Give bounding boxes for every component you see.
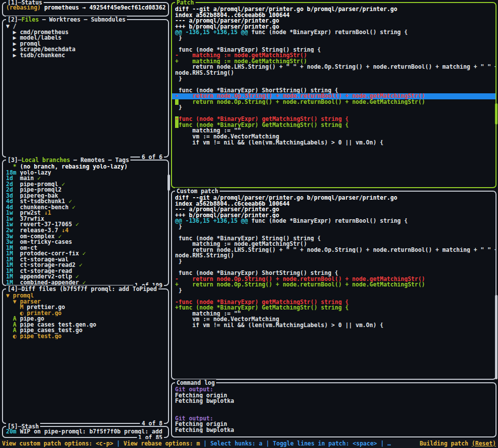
branches-row[interactable]: 1M ct-storage-wal — [3, 257, 168, 263]
text-segment: node.RHS.String() — [175, 70, 234, 76]
branches-row[interactable]: 1w revert-37-17065 ✓ — [3, 222, 168, 228]
patch-row[interactable]: } — [172, 105, 495, 111]
patch-row[interactable]: vm := node.VectorMatching — [172, 134, 495, 140]
patch-scrollbar[interactable] — [495, 103, 497, 124]
diff_files-row[interactable]: ◐ pipe_test.go — [3, 334, 168, 340]
branches-row[interactable]: 1M ct-storage-read — [3, 268, 168, 274]
custom_patch-row[interactable]: if vm != nil && (len(vm.MatchingLabels) … — [172, 323, 495, 329]
patch-row[interactable]: } — [172, 36, 495, 42]
custom_patch-row[interactable]: func (node *BinaryExpr) ShortString() st… — [172, 270, 495, 276]
reset-patch-button[interactable]: (Reset) — [472, 440, 496, 447]
custom_patch-row[interactable]: @@ -136,15 +136,15 @@ func (node *Binary… — [172, 218, 495, 224]
custom_patch-row[interactable]: + return node.Op.String() + node.returnB… — [172, 282, 495, 288]
branches-row[interactable]: 1d main ✓ — [3, 176, 168, 182]
patch-row[interactable]: @@ -136,15 +136,15 @@ func (node *Binary… — [172, 30, 495, 36]
branches-row[interactable]: 2d pipe-promql ✓ — [3, 182, 168, 188]
custom_patch-row[interactable]: matching := "" — [172, 311, 495, 317]
custom_patch-row[interactable]: } — [172, 259, 495, 265]
diff_files-row[interactable]: M prettier.go — [3, 305, 168, 311]
patch-row[interactable]: if vm != nil && (len(vm.MatchingLabels) … — [172, 140, 495, 146]
branches-row[interactable]: 4d chunkenc-bench ✓ — [3, 205, 168, 211]
branches-row[interactable]: * (no branch, rebasing yolo-lazy) — [3, 164, 168, 170]
files-row[interactable]: ▼ / — [3, 24, 168, 30]
patch-row[interactable]: - return node.Op.String() + node.returnB… — [172, 93, 495, 99]
patch-row[interactable]: return node.LHS.String() + " " + node.Op… — [172, 64, 495, 70]
branches-row[interactable]: 18m yolo-lazy — [3, 170, 168, 176]
patch-row[interactable]: --- a/promql/parser/printer.go — [172, 18, 495, 24]
branches-row[interactable]: 1M ct-storage-read2 ✓ — [3, 262, 168, 268]
files-row[interactable]: ▶ scrape/benchdata — [3, 47, 168, 53]
text-segment: ▼ / — [6, 24, 17, 30]
text-segment: st-tsdbchunk1 — [20, 199, 69, 205]
diff_files-row[interactable]: A pipe_cases_test.go — [3, 328, 168, 334]
diff_files-row[interactable]: A pipe_cases_test.gen.go — [3, 322, 168, 328]
files-row[interactable]: ▶ model/labels — [3, 35, 168, 41]
patch-row[interactable]: func (node *BinaryExpr) String() string … — [172, 47, 495, 53]
custom_patch-row[interactable]: - return node.Op.String() + node.returnB… — [172, 276, 495, 282]
patch-row[interactable] — [172, 82, 495, 88]
patch-row[interactable]: index a562b8804..c6ceeab6b 100644 — [172, 13, 495, 19]
patch-row[interactable]: func (node *BinaryExpr) GetMatchingStr()… — [172, 122, 495, 128]
diff_files-row[interactable]: ▼ promql — [3, 293, 168, 299]
patch-row[interactable]: } — [172, 76, 495, 82]
custom_patch-row[interactable]: } — [172, 224, 495, 230]
panel-files[interactable]: [2]─Files — Worktrees — Submodules ▼ / ▶… — [2, 19, 169, 158]
diff_files-row[interactable]: ◐ printer.go — [3, 311, 168, 317]
panel-status[interactable]: [1]─Status (rebasing) prometheus → 49254… — [2, 2, 169, 17]
panel-stash[interactable]: [5]─Stash 20m WIP on pipe-promql: b7f5f7… — [2, 426, 169, 438]
text-segment: 1M — [6, 268, 20, 274]
branches-row[interactable]: 1M om-ct — [3, 245, 168, 251]
custom_patch-row[interactable]: index a562b8804..c6ceeab6b 100644 — [172, 201, 495, 207]
diff_files-row[interactable]: ▼ parser — [3, 299, 168, 305]
branches-row[interactable]: 3d pipereg-bak — [3, 193, 168, 199]
custom_patch-row[interactable]: --- a/promql/parser/printer.go — [172, 207, 495, 213]
panel-diff-files[interactable]: [4]─Diff files (b7f5f7f promql: add ToPi… — [2, 288, 169, 424]
custom_patch-row[interactable]: func (node *BinaryExpr) String() string … — [172, 236, 495, 242]
custom_patch-row[interactable]: node.RHS.String() — [172, 253, 495, 259]
diff_files-row[interactable]: A pipe.go — [3, 316, 168, 322]
custom_patch-row[interactable]: return node.LHS.String() + " " + node.Op… — [172, 247, 495, 253]
branches-row[interactable]: 1M appenderv2-otlp ✓ — [3, 274, 168, 280]
patch-row[interactable]: + matching := node.GetMatchingStr() — [172, 59, 495, 65]
files-row[interactable]: ▶ tsdb/chunkenc — [3, 53, 168, 59]
custom-patch-scrollbar[interactable] — [495, 295, 497, 379]
custom_patch-row[interactable]: vm := node.VectorMatching — [172, 317, 495, 323]
custom_patch-row[interactable]: matching := node.getMatchingStr() — [172, 241, 495, 247]
patch-row[interactable]: return node.Op.String() + node.returnBoo… — [172, 99, 495, 105]
patch-row[interactable]: -func (node *BinaryExpr) getMatchingStr(… — [172, 116, 495, 122]
custom_patch-row[interactable]: -func (node *BinaryExpr) getMatchingStr(… — [172, 300, 495, 306]
panel-custom-patch[interactable]: Custom patch diff --git a/promql/parser/… — [171, 191, 496, 380]
branches-row[interactable]: 3w om-tricky-cases — [3, 239, 168, 245]
branches-row[interactable]: 3w om-complex ✓ — [3, 234, 168, 240]
patch-row[interactable]: diff --git a/promql/parser/printer.go b/… — [172, 7, 495, 13]
panel-patch[interactable]: Patch diff --git a/promql/parser/printer… — [171, 2, 496, 188]
patch-row[interactable] — [172, 111, 495, 117]
branches-row[interactable]: 1w prw2st ↓1 — [3, 210, 168, 216]
custom_patch-row[interactable]: } — [172, 288, 495, 294]
text-segment: Fetching bwplotka — [175, 398, 234, 404]
branches-row[interactable]: 4d st-tsdbchunk1 ✓ — [3, 199, 168, 205]
custom_patch-row[interactable] — [172, 265, 495, 271]
branches-row[interactable]: 1M protodec-corr-fix ✓ — [3, 251, 168, 257]
patch-row[interactable]: node.RHS.String() — [172, 70, 495, 76]
patch-row[interactable]: matching := "" — [172, 128, 495, 134]
custom_patch-row[interactable]: +++ b/promql/parser/printer.go — [172, 213, 495, 219]
panel-branches[interactable]: [3]─Local branches — Remotes — Tags * (n… — [2, 160, 169, 286]
branches-row[interactable]: 2w release-3.7 ↓4 — [3, 228, 168, 234]
branches-row[interactable]: 2d pipe-promql2 — [3, 187, 168, 193]
patch-row[interactable]: func (node *BinaryExpr) ShortString() st… — [172, 88, 495, 94]
files-row[interactable]: ▶ promql — [3, 41, 168, 47]
patch-row[interactable]: +++ b/promql/parser/printer.go — [172, 24, 495, 30]
custom_patch-row[interactable] — [172, 293, 495, 300]
patch-row[interactable]: - matching := node.getMatchingStr() — [172, 53, 495, 59]
custom_patch-row[interactable]: diff --git a/promql/parser/printer.go b/… — [172, 195, 495, 201]
text-segment: @@ -136,15 +136,15 @@ — [175, 218, 248, 224]
status-row[interactable]: (rebasing) prometheus → 49254f45e9ecf61c… — [3, 5, 168, 11]
custom_patch-row[interactable]: +func (node *BinaryExpr) GetMatchingStr(… — [172, 305, 495, 311]
custom_patch-row[interactable] — [172, 230, 495, 236]
branches-scrollbar[interactable] — [168, 175, 170, 191]
branches-row[interactable]: 1w 37rwfix — [3, 216, 168, 222]
patch-row[interactable] — [172, 41, 495, 47]
files-row[interactable]: ▶ cmd/prometheus — [3, 30, 168, 36]
panel-command-log[interactable]: Command log Git output:Fetching originFe… — [171, 382, 496, 437]
